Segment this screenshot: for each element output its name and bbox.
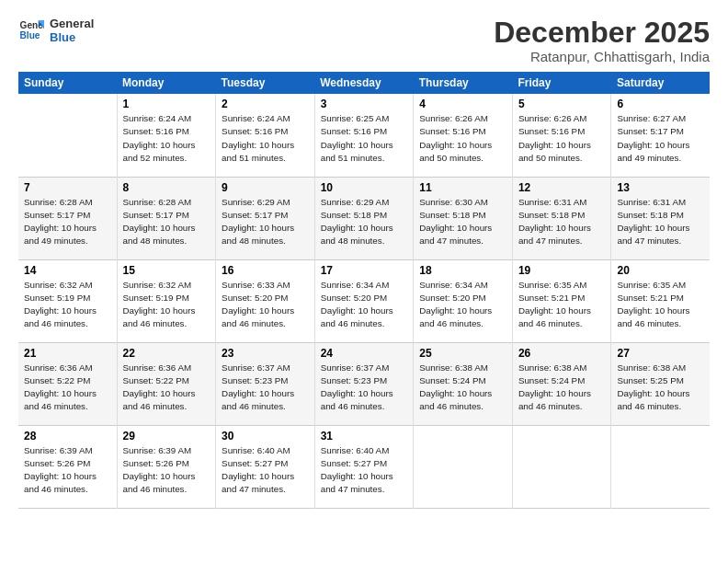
calendar-cell xyxy=(18,94,117,177)
day-info: Sunrise: 6:29 AMSunset: 5:17 PMDaylight:… xyxy=(222,196,309,248)
day-number: 20 xyxy=(617,264,704,277)
svg-text:Blue: Blue xyxy=(20,30,40,40)
logo: General Blue General Blue xyxy=(18,17,94,44)
calendar-cell: 16Sunrise: 6:33 AMSunset: 5:20 PMDayligh… xyxy=(216,259,315,342)
calendar-cell: 23Sunrise: 6:37 AMSunset: 5:23 PMDayligh… xyxy=(216,342,315,425)
day-number: 28 xyxy=(24,430,111,442)
day-number: 17 xyxy=(321,264,408,277)
calendar-cell: 21Sunrise: 6:36 AMSunset: 5:22 PMDayligh… xyxy=(18,342,117,425)
day-number: 12 xyxy=(518,181,606,194)
day-number: 1 xyxy=(123,98,210,110)
day-number: 9 xyxy=(222,181,309,194)
calendar-cell: 27Sunrise: 6:38 AMSunset: 5:25 PMDayligh… xyxy=(611,342,710,425)
day-number: 16 xyxy=(222,264,309,277)
day-info: Sunrise: 6:38 AMSunset: 5:25 PMDaylight:… xyxy=(617,362,704,414)
weekday-header-thursday: Thursday xyxy=(414,72,513,94)
day-info: Sunrise: 6:39 AMSunset: 5:26 PMDaylight:… xyxy=(24,444,111,497)
day-info: Sunrise: 6:26 AMSunset: 5:16 PMDaylight:… xyxy=(419,112,506,165)
weekday-header-sunday: Sunday xyxy=(18,72,117,94)
day-info: Sunrise: 6:24 AMSunset: 5:16 PMDaylight:… xyxy=(222,112,309,165)
day-number: 25 xyxy=(419,347,506,360)
day-number: 6 xyxy=(617,98,704,110)
calendar-cell: 11Sunrise: 6:30 AMSunset: 5:18 PMDayligh… xyxy=(414,177,513,259)
calendar-cell: 12Sunrise: 6:31 AMSunset: 5:18 PMDayligh… xyxy=(512,177,611,259)
day-info: Sunrise: 6:36 AMSunset: 5:22 PMDaylight:… xyxy=(123,362,210,414)
logo-icon: General Blue xyxy=(18,17,44,43)
day-number: 18 xyxy=(419,264,506,277)
day-number: 8 xyxy=(123,181,210,194)
calendar-cell: 22Sunrise: 6:36 AMSunset: 5:22 PMDayligh… xyxy=(117,342,216,425)
day-number: 11 xyxy=(419,181,506,194)
calendar-cell: 8Sunrise: 6:28 AMSunset: 5:17 PMDaylight… xyxy=(117,177,216,259)
day-number: 29 xyxy=(123,430,210,442)
day-number: 27 xyxy=(617,347,704,360)
location: Ratanpur, Chhattisgarh, India xyxy=(494,49,710,64)
calendar-cell: 5Sunrise: 6:26 AMSunset: 5:16 PMDaylight… xyxy=(512,94,611,177)
calendar-cell: 10Sunrise: 6:29 AMSunset: 5:18 PMDayligh… xyxy=(314,177,414,259)
day-number: 14 xyxy=(24,264,111,277)
calendar-cell xyxy=(414,425,513,508)
day-info: Sunrise: 6:37 AMSunset: 5:23 PMDaylight:… xyxy=(321,362,408,414)
day-number: 24 xyxy=(321,347,408,360)
day-info: Sunrise: 6:24 AMSunset: 5:16 PMDaylight:… xyxy=(123,112,210,165)
day-info: Sunrise: 6:33 AMSunset: 5:20 PMDaylight:… xyxy=(222,279,309,331)
calendar-week-row: 7Sunrise: 6:28 AMSunset: 5:17 PMDaylight… xyxy=(18,177,710,259)
calendar-cell: 13Sunrise: 6:31 AMSunset: 5:18 PMDayligh… xyxy=(611,177,710,259)
calendar-cell: 26Sunrise: 6:38 AMSunset: 5:24 PMDayligh… xyxy=(512,342,611,425)
calendar-cell: 2Sunrise: 6:24 AMSunset: 5:16 PMDaylight… xyxy=(216,94,315,177)
calendar-cell xyxy=(512,425,611,508)
calendar-week-row: 14Sunrise: 6:32 AMSunset: 5:19 PMDayligh… xyxy=(18,259,710,342)
calendar-cell: 15Sunrise: 6:32 AMSunset: 5:19 PMDayligh… xyxy=(117,259,216,342)
weekday-header-friday: Friday xyxy=(512,72,611,94)
weekday-header-row: SundayMondayTuesdayWednesdayThursdayFrid… xyxy=(18,72,710,94)
day-info: Sunrise: 6:29 AMSunset: 5:18 PMDaylight:… xyxy=(321,196,408,248)
day-info: Sunrise: 6:38 AMSunset: 5:24 PMDaylight:… xyxy=(419,362,506,414)
day-number: 19 xyxy=(518,264,606,277)
calendar-cell: 4Sunrise: 6:26 AMSunset: 5:16 PMDaylight… xyxy=(414,94,513,177)
day-info: Sunrise: 6:37 AMSunset: 5:23 PMDaylight:… xyxy=(222,362,309,414)
day-number: 26 xyxy=(518,347,606,360)
calendar-cell: 7Sunrise: 6:28 AMSunset: 5:17 PMDaylight… xyxy=(18,177,117,259)
day-info: Sunrise: 6:38 AMSunset: 5:24 PMDaylight:… xyxy=(518,362,606,414)
calendar-cell: 3Sunrise: 6:25 AMSunset: 5:16 PMDaylight… xyxy=(314,94,414,177)
calendar-cell: 1Sunrise: 6:24 AMSunset: 5:16 PMDaylight… xyxy=(117,94,216,177)
calendar-cell xyxy=(611,425,710,508)
day-number: 31 xyxy=(321,430,408,442)
calendar-cell: 9Sunrise: 6:29 AMSunset: 5:17 PMDaylight… xyxy=(216,177,315,259)
day-info: Sunrise: 6:32 AMSunset: 5:19 PMDaylight:… xyxy=(24,279,111,331)
calendar-table: SundayMondayTuesdayWednesdayThursdayFrid… xyxy=(18,72,710,509)
month-title: December 2025 xyxy=(494,17,710,49)
calendar-week-row: 28Sunrise: 6:39 AMSunset: 5:26 PMDayligh… xyxy=(18,425,710,508)
day-info: Sunrise: 6:26 AMSunset: 5:16 PMDaylight:… xyxy=(518,112,606,165)
day-info: Sunrise: 6:36 AMSunset: 5:22 PMDaylight:… xyxy=(24,362,111,414)
weekday-header-wednesday: Wednesday xyxy=(314,72,414,94)
day-number: 23 xyxy=(222,347,309,360)
day-number: 5 xyxy=(518,98,606,110)
calendar-cell: 18Sunrise: 6:34 AMSunset: 5:20 PMDayligh… xyxy=(414,259,513,342)
weekday-header-monday: Monday xyxy=(117,72,216,94)
day-number: 22 xyxy=(123,347,210,360)
day-info: Sunrise: 6:30 AMSunset: 5:18 PMDaylight:… xyxy=(419,196,506,248)
calendar-cell: 31Sunrise: 6:40 AMSunset: 5:27 PMDayligh… xyxy=(314,425,414,508)
calendar-cell: 14Sunrise: 6:32 AMSunset: 5:19 PMDayligh… xyxy=(18,259,117,342)
day-info: Sunrise: 6:35 AMSunset: 5:21 PMDaylight:… xyxy=(518,279,606,331)
calendar-cell: 20Sunrise: 6:35 AMSunset: 5:21 PMDayligh… xyxy=(611,259,710,342)
weekday-header-tuesday: Tuesday xyxy=(216,72,315,94)
day-number: 21 xyxy=(24,347,111,360)
calendar-cell: 19Sunrise: 6:35 AMSunset: 5:21 PMDayligh… xyxy=(512,259,611,342)
calendar-cell: 29Sunrise: 6:39 AMSunset: 5:26 PMDayligh… xyxy=(117,425,216,508)
calendar-cell: 25Sunrise: 6:38 AMSunset: 5:24 PMDayligh… xyxy=(414,342,513,425)
day-number: 3 xyxy=(321,98,408,110)
day-info: Sunrise: 6:40 AMSunset: 5:27 PMDaylight:… xyxy=(321,444,408,497)
calendar-cell: 24Sunrise: 6:37 AMSunset: 5:23 PMDayligh… xyxy=(314,342,414,425)
calendar-week-row: 1Sunrise: 6:24 AMSunset: 5:16 PMDaylight… xyxy=(18,94,710,177)
day-number: 7 xyxy=(24,181,111,194)
day-number: 15 xyxy=(123,264,210,277)
logo-general: General xyxy=(50,17,94,30)
calendar-cell: 6Sunrise: 6:27 AMSunset: 5:17 PMDaylight… xyxy=(611,94,710,177)
title-block: December 2025 Ratanpur, Chhattisgarh, In… xyxy=(494,17,710,64)
weekday-header-saturday: Saturday xyxy=(611,72,710,94)
logo-blue: Blue xyxy=(50,30,94,44)
day-info: Sunrise: 6:28 AMSunset: 5:17 PMDaylight:… xyxy=(123,196,210,248)
day-number: 4 xyxy=(419,98,506,110)
